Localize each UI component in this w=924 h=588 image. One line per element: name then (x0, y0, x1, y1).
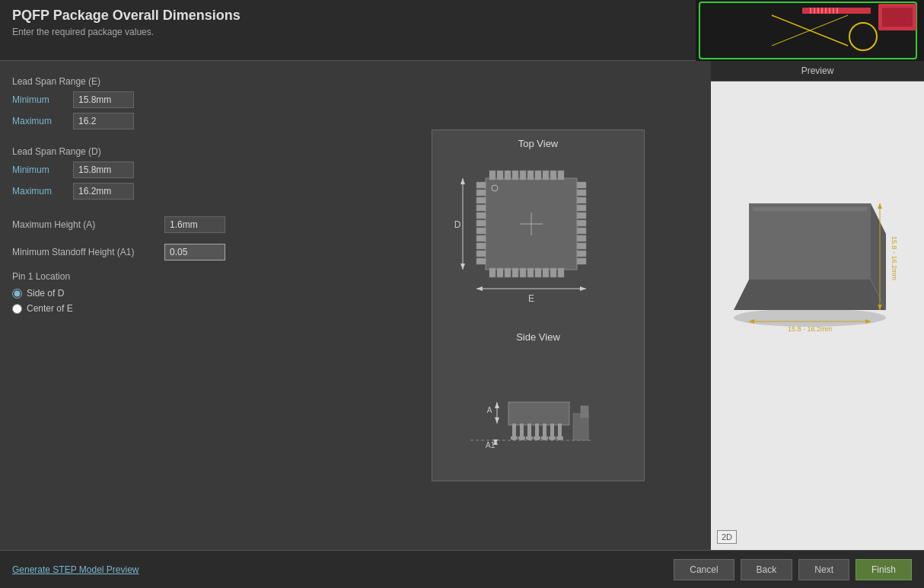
svg-rect-52 (577, 205, 586, 211)
svg-rect-44 (476, 228, 486, 234)
top-view-title: Top View (440, 138, 636, 149)
svg-rect-12 (833, 8, 834, 14)
radio-side-of-d-input[interactable] (12, 289, 22, 299)
svg-rect-36 (550, 268, 556, 277)
svg-marker-102 (749, 203, 871, 280)
svg-rect-18 (489, 171, 495, 180)
svg-rect-58 (577, 251, 586, 257)
lead-span-e-max-input[interactable] (73, 113, 134, 129)
pin-location-label: Pin 1 Location (12, 271, 353, 282)
min-standoff-label: Minimum Standoff Height (A1) (12, 247, 164, 257)
lead-span-e-label: Lead Span Range (E) (12, 76, 353, 87)
svg-rect-8 (817, 8, 819, 14)
svg-rect-26 (550, 171, 556, 180)
header-pcb-image (696, 0, 924, 61)
svg-rect-42 (476, 213, 486, 219)
lead-span-d-min-input[interactable] (73, 161, 134, 178)
svg-text:A1: A1 (486, 441, 495, 449)
svg-text:15.8 - 16.2mm: 15.8 - 16.2mm (788, 325, 832, 333)
svg-rect-57 (577, 243, 586, 249)
lead-span-e-min-input[interactable] (73, 91, 134, 108)
svg-rect-97 (581, 406, 588, 417)
svg-rect-48 (476, 258, 486, 264)
left-panel: Lead Span Range (E) Minimum Maximum Lead… (0, 61, 365, 550)
svg-rect-59 (577, 258, 586, 264)
svg-rect-9 (821, 8, 823, 14)
lead-span-d-max-row: Maximum (12, 183, 353, 200)
svg-rect-31 (512, 268, 518, 277)
svg-rect-75 (511, 436, 518, 439)
finish-button[interactable]: Finish (855, 559, 912, 580)
cancel-button[interactable]: Cancel (674, 559, 734, 580)
svg-point-99 (734, 308, 886, 327)
preview-2d-badge[interactable]: 2D (717, 530, 737, 544)
next-button[interactable]: Next (798, 559, 849, 580)
lead-span-e-min-label: Minimum (12, 94, 73, 105)
step-model-link[interactable]: Generate STEP Model Preview (12, 564, 139, 575)
side-view-svg: A A1 (440, 349, 623, 471)
radio-side-of-d[interactable]: Side of D (12, 288, 353, 299)
bottom-bar-buttons: Cancel Back Next Finish (674, 559, 912, 580)
main-area: Lead Span Range (E) Minimum Maximum Lead… (0, 61, 924, 550)
svg-rect-38 (476, 182, 486, 188)
preview-area: 15.8 - 16.2mm 15.8 - 16.2mm 2D (711, 81, 924, 550)
lead-span-d-min-label: Minimum (12, 165, 73, 175)
svg-text:E: E (528, 293, 534, 304)
lead-span-d-max-label: Maximum (12, 186, 73, 197)
max-height-input[interactable] (164, 216, 225, 233)
lead-span-d-min-row: Minimum (12, 161, 353, 178)
radio-center-of-e-text: Center of E (27, 303, 73, 314)
svg-rect-24 (535, 171, 541, 180)
lead-span-e-group: Lead Span Range (E) Minimum Maximum (12, 76, 353, 134)
lead-span-d-label: Lead Span Range (D) (12, 146, 353, 157)
lead-span-d-max-input[interactable] (73, 183, 134, 200)
top-view-svg: D E (440, 155, 623, 323)
svg-rect-41 (476, 205, 486, 211)
svg-rect-45 (476, 235, 486, 241)
back-button[interactable]: Back (741, 559, 793, 580)
svg-text:15.8 - 16.2mm: 15.8 - 16.2mm (891, 236, 898, 280)
svg-rect-30 (505, 268, 511, 277)
svg-text:D: D (454, 219, 461, 230)
svg-rect-87 (556, 436, 563, 439)
radio-center-of-e-input[interactable] (12, 304, 22, 314)
svg-rect-73 (508, 402, 569, 425)
svg-rect-22 (520, 171, 526, 180)
svg-rect-56 (577, 235, 586, 241)
svg-rect-34 (535, 268, 541, 277)
svg-rect-85 (549, 436, 556, 439)
svg-rect-20 (505, 171, 511, 180)
svg-rect-37 (558, 268, 564, 277)
svg-rect-27 (558, 171, 564, 180)
max-height-row: Maximum Height (A) (12, 216, 353, 233)
bottom-bar: Generate STEP Model Preview Cancel Back … (0, 550, 924, 588)
min-standoff-input[interactable] (164, 244, 225, 260)
svg-rect-54 (577, 220, 586, 226)
pin-location-section: Pin 1 Location Side of D Center of E (12, 271, 353, 314)
svg-rect-39 (476, 190, 486, 196)
pcb-svg (696, 0, 924, 61)
lead-span-e-min-row: Minimum (12, 91, 353, 108)
radio-center-of-e[interactable]: Center of E (12, 303, 353, 314)
svg-rect-32 (520, 268, 526, 277)
svg-rect-81 (534, 436, 540, 439)
lead-span-d-group: Lead Span Range (D) Minimum Maximum (12, 146, 353, 204)
svg-rect-79 (526, 436, 533, 439)
svg-rect-50 (577, 190, 586, 196)
svg-rect-28 (489, 268, 495, 277)
svg-rect-11 (829, 8, 830, 14)
svg-rect-4 (882, 8, 913, 27)
svg-rect-19 (497, 171, 503, 180)
svg-rect-83 (541, 436, 548, 439)
svg-marker-100 (734, 280, 886, 310)
preview-header: Preview (711, 61, 924, 81)
svg-rect-13 (836, 8, 838, 14)
radio-side-of-d-text: Side of D (27, 288, 64, 299)
svg-rect-49 (577, 182, 586, 188)
svg-rect-35 (543, 268, 549, 277)
svg-rect-21 (512, 171, 518, 180)
right-panel: Preview 15.8 - 16.2mm (711, 61, 924, 550)
max-height-label: Maximum Height (A) (12, 219, 164, 230)
svg-rect-43 (476, 220, 486, 226)
preview-3d-svg: 15.8 - 16.2mm 15.8 - 16.2mm (711, 81, 909, 371)
